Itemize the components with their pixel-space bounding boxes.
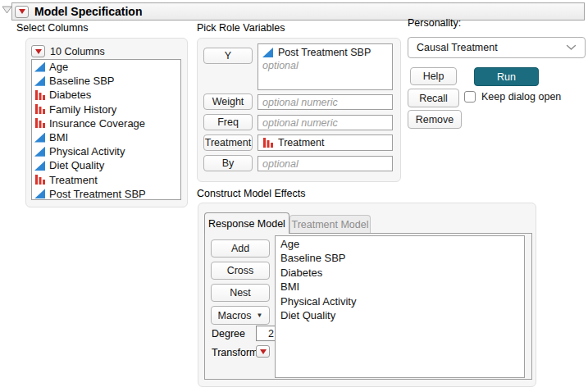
effect-item[interactable]: BMI xyxy=(276,280,524,294)
weight-placeholder: optional numeric xyxy=(262,97,338,108)
continuous-icon xyxy=(34,147,45,157)
degree-label: Degree xyxy=(212,328,245,340)
red-triangle-icon xyxy=(19,9,25,14)
response-model-tab-content: Add Cross Nest Macros ▼ Degree 2 Transfo… xyxy=(204,233,532,380)
by-drop-zone[interactable]: optional xyxy=(258,156,393,171)
y-value: Post Treatment SBP xyxy=(278,47,371,58)
effect-item[interactable]: Diet Quality xyxy=(276,308,524,322)
tab-treatment-model[interactable]: Treatment Model xyxy=(289,215,371,234)
nominal-icon xyxy=(34,104,45,114)
column-name: Treatment xyxy=(49,174,98,186)
column-name: Baseline SBP xyxy=(49,75,115,87)
column-item[interactable]: Age xyxy=(32,60,180,74)
column-item[interactable]: Baseline SBP xyxy=(32,74,180,88)
nest-button[interactable]: Nest xyxy=(211,284,270,302)
by-role-button[interactable]: By xyxy=(203,155,253,171)
title-bar: Model Specification xyxy=(11,2,585,21)
pick-roles-panel: Y Post Treatment SBP optional Weight opt… xyxy=(197,38,401,182)
by-placeholder: optional xyxy=(262,158,299,170)
help-button[interactable]: Help xyxy=(410,67,457,85)
nominal-icon xyxy=(34,90,45,100)
weight-role-button[interactable]: Weight xyxy=(203,93,253,110)
nominal-icon xyxy=(34,175,45,185)
column-name: Age xyxy=(49,61,68,73)
red-triangle-icon xyxy=(260,349,267,354)
column-item[interactable]: Physical Activity xyxy=(32,144,180,158)
run-button[interactable]: Run xyxy=(474,67,539,86)
caret-down-icon: ▼ xyxy=(257,312,263,319)
column-item[interactable]: Insurance Coverage xyxy=(32,116,180,130)
page-title: Model Specification xyxy=(34,5,142,18)
y-drop-zone[interactable]: Post Treatment SBP optional xyxy=(258,43,393,90)
transform-menu-button[interactable] xyxy=(256,345,270,358)
columns-menu-button[interactable] xyxy=(31,45,45,57)
macros-dropdown-button[interactable]: Macros ▼ xyxy=(211,306,270,325)
add-button[interactable]: Add xyxy=(211,239,270,258)
continuous-icon xyxy=(34,62,45,72)
freq-placeholder: optional numeric xyxy=(262,117,338,129)
columns-list[interactable]: Age Baseline SBP Diabetes Family History xyxy=(31,59,181,200)
chevron-down-icon xyxy=(566,44,577,51)
remove-button[interactable]: Remove xyxy=(408,110,462,129)
treatment-role-button[interactable]: Treatment xyxy=(203,134,253,151)
column-name: Diabetes xyxy=(49,89,91,101)
cross-button[interactable]: Cross xyxy=(211,262,270,280)
column-item[interactable]: Post Treatment SBP xyxy=(32,187,180,200)
column-item[interactable]: Family History xyxy=(32,103,180,116)
personality-selected: Causal Treatment xyxy=(417,42,498,53)
model-effects-panel: Response Model Treatment Model Add Cross… xyxy=(198,203,536,387)
red-triangle-menu-button[interactable] xyxy=(15,6,29,18)
keep-dialog-row: Keep dialog open xyxy=(464,91,561,103)
y-role-button[interactable]: Y xyxy=(203,48,253,64)
column-name: Insurance Coverage xyxy=(49,117,145,130)
keep-dialog-label: Keep dialog open xyxy=(481,91,561,103)
recall-button[interactable]: Recall xyxy=(408,89,459,107)
column-name: Physical Activity xyxy=(49,145,125,157)
nominal-icon xyxy=(34,118,45,128)
continuous-icon xyxy=(34,76,45,86)
treatment-assigned-item[interactable]: Treatment xyxy=(262,137,325,148)
weight-drop-zone[interactable]: optional numeric xyxy=(258,94,393,110)
nominal-icon xyxy=(262,138,273,148)
continuous-icon xyxy=(262,48,273,57)
freq-role-button[interactable]: Freq xyxy=(203,114,253,130)
column-item[interactable]: Diet Quality xyxy=(32,158,180,172)
effect-item[interactable]: Baseline SBP xyxy=(276,251,524,265)
transform-label: Transform xyxy=(212,347,258,358)
continuous-icon xyxy=(34,189,45,198)
personality-label: Personality: xyxy=(408,17,461,29)
column-name: BMI xyxy=(49,131,68,144)
model-effects-label: Construct Model Effects xyxy=(197,188,305,199)
columns-header: 10 Columns xyxy=(31,45,105,57)
effect-item[interactable]: Physical Activity xyxy=(276,294,524,308)
continuous-icon xyxy=(34,133,45,143)
column-item[interactable]: Treatment xyxy=(32,173,180,187)
column-name: Post Treatment SBP xyxy=(49,188,146,200)
treatment-value: Treatment xyxy=(278,137,325,148)
red-triangle-icon xyxy=(35,49,42,54)
columns-count: 10 Columns xyxy=(50,46,105,57)
column-item[interactable]: Diabetes xyxy=(32,88,180,102)
model-effects-list[interactable]: Age Baseline SBP Diabetes BMI Physical A… xyxy=(275,235,525,378)
select-columns-panel: 10 Columns Age Baseline SBP Diabetes xyxy=(25,38,188,207)
effect-item[interactable]: Diabetes xyxy=(276,266,524,280)
keep-dialog-checkbox[interactable] xyxy=(464,91,476,103)
personality-dropdown[interactable]: Causal Treatment xyxy=(408,37,586,58)
tab-response-model[interactable]: Response Model xyxy=(204,212,289,234)
macros-label: Macros xyxy=(218,310,252,321)
model-specification-dialog: Model Specification Select Columns 10 Co… xyxy=(0,0,588,392)
select-columns-label: Select Columns xyxy=(16,22,89,34)
continuous-icon xyxy=(34,161,45,171)
column-name: Family History xyxy=(49,103,116,116)
y-assigned-item[interactable]: Post Treatment SBP xyxy=(262,47,371,58)
treatment-drop-zone[interactable]: Treatment xyxy=(258,134,393,151)
column-name: Diet Quality xyxy=(49,159,104,171)
pick-roles-label: Pick Role Variables xyxy=(197,22,285,34)
freq-drop-zone[interactable]: optional numeric xyxy=(258,115,393,130)
effect-item[interactable]: Age xyxy=(276,237,524,251)
y-placeholder: optional xyxy=(262,60,299,71)
column-item[interactable]: BMI xyxy=(32,130,180,144)
